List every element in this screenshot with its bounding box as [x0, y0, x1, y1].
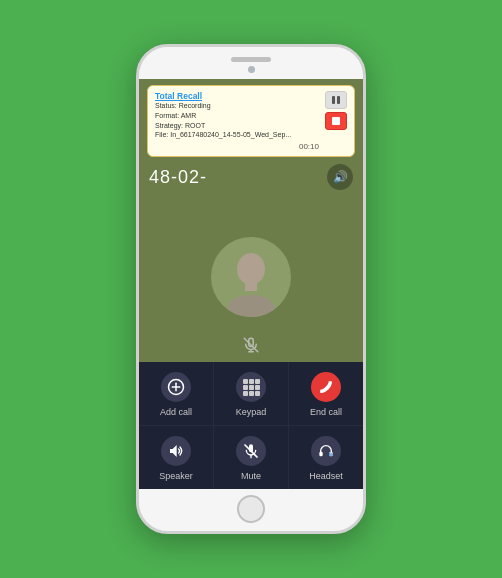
svg-point-2	[227, 295, 275, 317]
phone-speaker-grill	[231, 57, 271, 62]
stop-recording-button[interactable]	[325, 112, 347, 130]
call-controls: Add call Keypad	[139, 362, 363, 489]
headset-button[interactable]: Headset	[289, 426, 363, 489]
svg-marker-7	[170, 445, 177, 457]
contact-avatar	[211, 237, 291, 317]
end-call-label: End call	[310, 407, 342, 417]
recording-info: Total Recall Status: Recording Format: A…	[155, 91, 319, 151]
strategy-value: ROOT	[185, 122, 205, 129]
file-value: In_6617480240_14-55-05_Wed_Sep...	[170, 131, 291, 138]
svg-point-14	[330, 454, 331, 455]
mute-label: Mute	[241, 471, 261, 481]
phone-frame: Total Recall Status: Recording Format: A…	[136, 44, 366, 534]
phone-bottom-bar	[139, 489, 363, 531]
speaker-icon: 🔊	[333, 170, 348, 184]
mute-button[interactable]: Mute	[214, 426, 289, 489]
keypad-icon	[236, 372, 266, 402]
avatar-silhouette-svg	[223, 247, 279, 317]
mute-status-indicator	[242, 336, 260, 357]
pause-recording-button[interactable]	[325, 91, 347, 109]
end-call-button[interactable]: End call	[289, 362, 363, 425]
speaker-button[interactable]: Speaker	[139, 426, 214, 489]
add-call-button[interactable]: Add call	[139, 362, 214, 425]
recording-status-text: Status: Recording Format: AMR Strategy: …	[155, 101, 319, 140]
phone-top-bar	[139, 47, 363, 79]
svg-rect-11	[319, 452, 322, 457]
format-label: Format:	[155, 112, 179, 119]
pause-icon	[332, 96, 340, 104]
add-call-label: Add call	[160, 407, 192, 417]
recording-controls	[325, 91, 347, 130]
svg-point-0	[237, 253, 265, 285]
speaker-label: Speaker	[159, 471, 193, 481]
phone-camera	[248, 66, 255, 73]
stop-icon	[332, 117, 340, 125]
recording-app-title[interactable]: Total Recall	[155, 91, 319, 101]
call-number-area: 48-02- 🔊	[139, 161, 363, 192]
strategy-label: Strategy:	[155, 122, 183, 129]
end-call-icon	[311, 372, 341, 402]
controls-row-1: Add call Keypad	[139, 362, 363, 426]
avatar-area	[139, 192, 363, 362]
format-value: AMR	[181, 112, 197, 119]
headset-label: Headset	[309, 471, 343, 481]
mic-off-icon	[242, 336, 260, 354]
status-value: Recording	[179, 102, 211, 109]
controls-row-2: Speaker Mute	[139, 426, 363, 489]
home-button[interactable]	[237, 495, 265, 523]
call-number: 48-02-	[149, 167, 207, 188]
status-label: Status:	[155, 102, 177, 109]
mute-icon	[236, 436, 266, 466]
keypad-button[interactable]: Keypad	[214, 362, 289, 425]
svg-rect-1	[245, 283, 257, 291]
phone-screen: Total Recall Status: Recording Format: A…	[139, 79, 363, 489]
headset-icon	[311, 436, 341, 466]
recording-timer: 00:10	[155, 142, 319, 151]
add-call-icon	[161, 372, 191, 402]
file-label: File:	[155, 131, 168, 138]
speaker-icon	[161, 436, 191, 466]
keypad-label: Keypad	[236, 407, 267, 417]
speaker-toggle-button[interactable]: 🔊	[327, 164, 353, 190]
recording-banner: Total Recall Status: Recording Format: A…	[147, 85, 355, 157]
